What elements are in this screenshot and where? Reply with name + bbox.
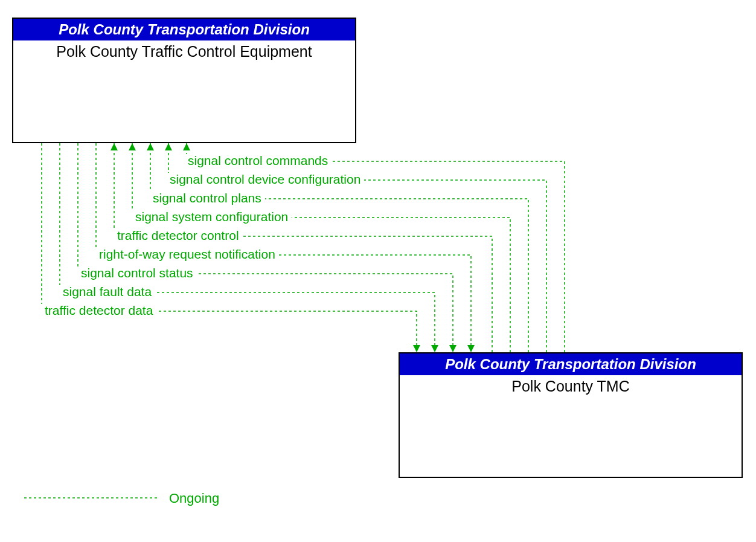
flow-label: right-of-way request notification <box>95 248 279 262</box>
element-title: Polk County TMC <box>400 375 742 398</box>
element-title: Polk County Traffic Control Equipment <box>13 40 355 63</box>
flow-label: signal control device configuration <box>166 173 364 187</box>
element-box-traffic-control-equipment: Polk County Transportation Division Polk… <box>12 18 356 143</box>
svg-marker-4 <box>111 143 118 150</box>
flow-label: traffic detector control <box>114 229 243 243</box>
svg-marker-1 <box>165 143 172 150</box>
flow-label: signal system configuration <box>132 210 292 224</box>
flow-label: signal control plans <box>149 192 265 205</box>
svg-marker-0 <box>183 143 190 150</box>
svg-marker-6 <box>449 345 456 352</box>
flow-label: traffic detector data <box>41 304 156 318</box>
flow-label: signal fault data <box>59 285 155 299</box>
flow-label: signal control status <box>77 266 197 280</box>
flow-label: signal control commands <box>184 154 332 168</box>
svg-marker-3 <box>129 143 136 150</box>
svg-marker-7 <box>431 345 438 352</box>
diagram-canvas: Polk County Transportation Division Polk… <box>0 0 756 542</box>
svg-marker-5 <box>467 345 475 352</box>
element-owner-label: Polk County Transportation Division <box>400 353 742 375</box>
element-owner-label: Polk County Transportation Division <box>13 19 355 40</box>
legend-ongoing-label: Ongoing <box>169 491 219 506</box>
svg-marker-8 <box>413 345 420 352</box>
element-box-tmc: Polk County Transportation Division Polk… <box>399 352 743 478</box>
svg-marker-2 <box>147 143 154 150</box>
